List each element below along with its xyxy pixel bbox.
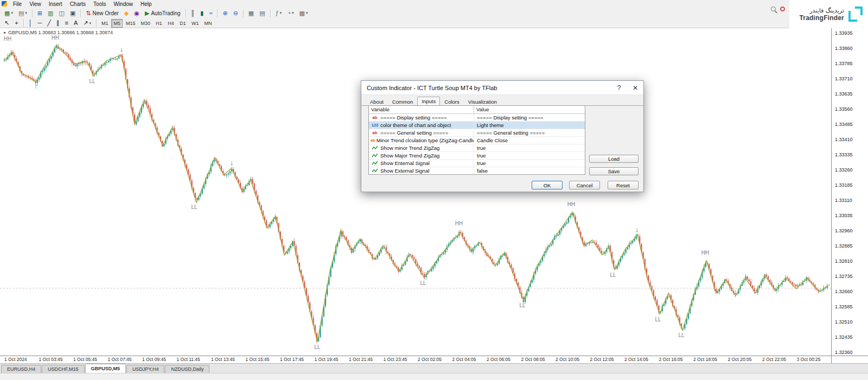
dialog-tab-colors[interactable]: Colors	[440, 97, 463, 106]
swing-label-ll: LL	[655, 316, 661, 322]
symbol-ohlc-label: ▼GBPUSD,M5 1.30883 1.30886 1.30868 1.308…	[3, 30, 113, 35]
chart-tab-usdchf-m15[interactable]: USDCHF,M15	[42, 365, 85, 373]
search-icon[interactable]	[771, 7, 776, 11]
chart-tab-nzdusd-daily[interactable]: NZDUSD,Daily	[165, 365, 209, 373]
metaeditor-button[interactable]: ◆	[122, 9, 131, 18]
load-button[interactable]: Load	[589, 155, 639, 163]
close-icon[interactable]: ✕	[627, 81, 643, 95]
timeframe-m5[interactable]: M5	[111, 19, 123, 28]
fibonacci-button[interactable]: ≡	[62, 18, 70, 28]
horizontal-line-button[interactable]: ─	[36, 18, 44, 28]
terminal-button[interactable]: ▣	[68, 9, 78, 18]
profiles-button[interactable]: ▤▾	[16, 9, 29, 18]
dialog-tab-about[interactable]: About	[366, 97, 388, 106]
price-axis[interactable]: 1.339351.338601.337851.337101.336351.335…	[831, 28, 868, 356]
ok-button[interactable]: OK	[532, 181, 563, 189]
input-row[interactable]: Show Major Trend ZigZagtrue	[369, 152, 585, 160]
auto-arrange-button[interactable]: ▤	[257, 9, 267, 18]
price-label: 1.33560	[835, 106, 853, 112]
cancel-button[interactable]: Cancel	[569, 181, 600, 189]
input-value[interactable]: ===== Display setting =====	[474, 115, 585, 121]
text-tool-button[interactable]: A	[72, 18, 80, 28]
input-value[interactable]: ===== General setting =====	[474, 130, 585, 136]
periods-button[interactable]: ◔▾	[285, 9, 296, 18]
new-order-button[interactable]: ⇅New Order	[84, 9, 121, 18]
record-icon[interactable]	[780, 7, 785, 11]
autotrading-button[interactable]: ▶AutoTrading	[143, 9, 183, 18]
data-window-button[interactable]: ▥	[46, 9, 55, 18]
chart-tab-usdjpy-h4[interactable]: USDJPY,H4	[126, 365, 164, 373]
candlestick-chart-button[interactable]: ▮	[198, 9, 206, 18]
column-header-value: Value	[474, 106, 585, 113]
help-icon[interactable]: ?	[611, 81, 627, 95]
zigzag-bool-icon	[371, 153, 379, 158]
cursor-button[interactable]: ↖	[2, 18, 11, 28]
navigator-button[interactable]: ◫	[56, 9, 66, 18]
indicators-button[interactable]: ƒ▾	[273, 9, 284, 18]
line-chart-button[interactable]: ≈	[207, 9, 214, 18]
reset-button[interactable]: Reset	[608, 181, 639, 189]
menu-item-file[interactable]: File	[9, 1, 25, 7]
zoom-in-button[interactable]: ⊕	[220, 9, 229, 18]
timeframe-m15[interactable]: M15	[124, 19, 138, 28]
price-label: 1.33410	[835, 137, 853, 142]
timeframe-m30[interactable]: M30	[139, 19, 153, 28]
input-value[interactable]: true	[474, 145, 585, 151]
time-axis[interactable]: 1 Oct 20241 Oct 03:451 Oct 05:451 Oct 07…	[0, 356, 831, 363]
swing-label-ll: LL	[191, 204, 197, 210]
sell-arrow-icon: ↓	[120, 46, 124, 53]
input-value[interactable]: true	[474, 153, 585, 159]
market-watch-button[interactable]: ⊞	[35, 9, 44, 18]
menu-item-tools[interactable]: Tools	[90, 1, 110, 7]
input-value[interactable]: true	[474, 160, 585, 166]
chevron-down-icon[interactable]: ▼	[3, 31, 7, 35]
dialog-tab-inputs[interactable]: Inputs	[417, 97, 440, 106]
input-row[interactable]: 123color theme of chart and objectLight …	[369, 122, 585, 129]
chart-tab-bar: EURUSD,H4USDCHF,M15GBPUSD,M5USDJPY,H4NZD…	[0, 363, 868, 373]
timeframe-m1[interactable]: M1	[99, 19, 111, 28]
chart-tab-eurusd-h4[interactable]: EURUSD,H4	[1, 365, 41, 373]
tile-windows-button[interactable]: ▦	[246, 9, 256, 18]
experts-button[interactable]: ◉	[132, 9, 142, 18]
input-row[interactable]: ab===== General setting ========== Gener…	[369, 129, 585, 137]
equidistant-channel-button[interactable]: ∥	[54, 18, 62, 28]
dialog-tab-common[interactable]: Common	[388, 97, 418, 106]
menu-item-view[interactable]: View	[25, 1, 45, 7]
time-label: 1 Oct 11:45	[177, 357, 200, 362]
menu-item-help[interactable]: Help	[137, 1, 156, 7]
input-value[interactable]: Candle Close	[474, 137, 585, 143]
dialog-title-bar[interactable]: Custom Indicator - ICT Turtle Soup MT4 b…	[361, 81, 643, 95]
zoom-out-button[interactable]: ⊖	[231, 9, 240, 18]
column-header-variable: Variable	[369, 106, 474, 113]
swing-label-hh: HH	[701, 250, 709, 256]
save-button[interactable]: Save	[589, 167, 639, 175]
menu-item-insert[interactable]: Insert	[45, 1, 66, 7]
time-label: 1 Oct 05:45	[73, 357, 97, 362]
input-value[interactable]: Light theme	[474, 122, 585, 128]
menu-item-charts[interactable]: Charts	[66, 1, 90, 7]
arrows-tool-button[interactable]: ↗▾	[81, 18, 93, 28]
templates-button[interactable]: ▩▾	[297, 9, 310, 18]
input-row[interactable]: ab===== Display setting ========== Displ…	[369, 114, 585, 122]
input-variable: Show Major Trend ZigZag	[369, 152, 474, 159]
inputs-table: Variable Value ab===== Display setting =…	[368, 105, 585, 175]
menu-item-window[interactable]: Window	[110, 1, 137, 7]
timeframe-w1[interactable]: W1	[189, 19, 201, 28]
input-row[interactable]: Show External Signalfalse	[369, 167, 585, 175]
input-row[interactable]: Show minor Trend ZigZagtrue	[369, 144, 585, 152]
crosshair-button[interactable]: +	[12, 18, 20, 28]
input-row[interactable]: Show Enternal Signaltrue	[369, 160, 585, 167]
chart-tab-gbpusd-m5[interactable]: GBPUSD,M5	[85, 364, 126, 373]
new-chart-button[interactable]: ▦▾	[2, 9, 15, 18]
dialog-tab-visualization[interactable]: Visualization	[464, 97, 501, 106]
time-axis-corner	[831, 356, 868, 363]
input-row[interactable]: abMinor Trend clculation type (ZigZag-Ca…	[369, 137, 585, 144]
timeframe-mn[interactable]: MN	[202, 19, 214, 28]
vertical-line-button[interactable]: │	[27, 18, 35, 28]
trendline-button[interactable]: ╱	[45, 18, 53, 28]
timeframe-h1[interactable]: H1	[154, 19, 164, 28]
timeframe-h4[interactable]: H4	[165, 19, 176, 28]
bar-chart-button[interactable]: ║	[189, 9, 197, 18]
input-value[interactable]: false	[474, 168, 585, 174]
timeframe-d1[interactable]: D1	[177, 19, 188, 28]
